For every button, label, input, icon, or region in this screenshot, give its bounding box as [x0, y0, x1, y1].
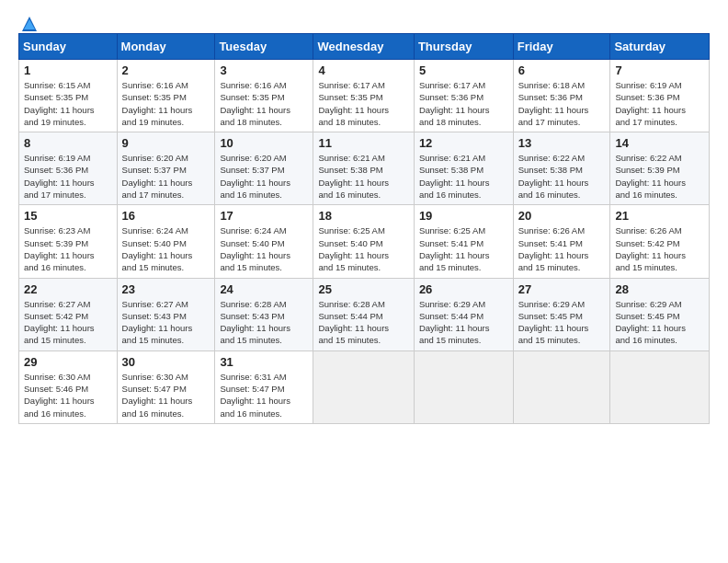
day-detail: Sunrise: 6:17 AMSunset: 5:36 PMDaylight:… — [419, 80, 490, 127]
table-row — [513, 350, 610, 423]
table-row — [313, 350, 414, 423]
table-row: 30 Sunrise: 6:30 AMSunset: 5:47 PMDaylig… — [117, 350, 215, 423]
day-number: 1 — [24, 63, 112, 77]
day-number: 27 — [518, 282, 606, 296]
day-detail: Sunrise: 6:19 AMSunset: 5:36 PMDaylight:… — [615, 80, 686, 127]
day-detail: Sunrise: 6:20 AMSunset: 5:37 PMDaylight:… — [122, 153, 193, 200]
day-detail: Sunrise: 6:16 AMSunset: 5:35 PMDaylight:… — [220, 80, 290, 127]
table-row: 27 Sunrise: 6:29 AMSunset: 5:45 PMDaylig… — [513, 278, 610, 350]
table-row: 12 Sunrise: 6:21 AMSunset: 5:38 PMDaylig… — [414, 132, 513, 205]
day-detail: Sunrise: 6:25 AMSunset: 5:40 PMDaylight:… — [318, 225, 389, 272]
day-number: 13 — [518, 136, 606, 150]
calendar-week-row: 8 Sunrise: 6:19 AMSunset: 5:36 PMDayligh… — [19, 132, 710, 205]
logo-icon — [20, 15, 39, 33]
day-detail: Sunrise: 6:21 AMSunset: 5:38 PMDaylight:… — [419, 153, 490, 200]
header — [18, 15, 710, 29]
day-number: 4 — [318, 63, 408, 77]
day-detail: Sunrise: 6:31 AMSunset: 5:47 PMDaylight:… — [220, 372, 290, 419]
day-number: 2 — [122, 63, 210, 77]
day-detail: Sunrise: 6:27 AMSunset: 5:43 PMDaylight:… — [122, 299, 193, 346]
day-detail: Sunrise: 6:30 AMSunset: 5:46 PMDaylight:… — [24, 372, 95, 419]
col-friday: Friday — [513, 34, 610, 60]
page: Sunday Monday Tuesday Wednesday Thursday… — [0, 0, 728, 433]
table-row: 6 Sunrise: 6:18 AMSunset: 5:36 PMDayligh… — [513, 60, 610, 132]
day-number: 21 — [615, 209, 704, 223]
day-number: 9 — [122, 136, 210, 150]
day-detail: Sunrise: 6:30 AMSunset: 5:47 PMDaylight:… — [122, 372, 193, 419]
table-row: 18 Sunrise: 6:25 AMSunset: 5:40 PMDaylig… — [313, 205, 414, 278]
calendar-week-row: 1 Sunrise: 6:15 AMSunset: 5:35 PMDayligh… — [19, 60, 710, 132]
calendar-header-row: Sunday Monday Tuesday Wednesday Thursday… — [19, 34, 710, 60]
day-detail: Sunrise: 6:17 AMSunset: 5:35 PMDaylight:… — [318, 80, 389, 127]
day-detail: Sunrise: 6:26 AMSunset: 5:42 PMDaylight:… — [615, 225, 686, 272]
table-row — [414, 350, 513, 423]
table-row: 1 Sunrise: 6:15 AMSunset: 5:35 PMDayligh… — [19, 60, 118, 132]
day-number: 14 — [615, 136, 704, 150]
table-row: 24 Sunrise: 6:28 AMSunset: 5:43 PMDaylig… — [215, 278, 313, 350]
logo — [18, 15, 39, 29]
table-row: 29 Sunrise: 6:30 AMSunset: 5:46 PMDaylig… — [19, 350, 118, 423]
day-detail: Sunrise: 6:22 AMSunset: 5:39 PMDaylight:… — [615, 153, 686, 200]
day-number: 8 — [24, 136, 112, 150]
table-row: 28 Sunrise: 6:29 AMSunset: 5:45 PMDaylig… — [610, 278, 710, 350]
day-detail: Sunrise: 6:27 AMSunset: 5:42 PMDaylight:… — [24, 299, 95, 346]
day-number: 22 — [24, 282, 112, 296]
day-number: 23 — [122, 282, 210, 296]
table-row — [610, 350, 710, 423]
day-number: 18 — [318, 209, 408, 223]
day-number: 25 — [318, 282, 408, 296]
day-detail: Sunrise: 6:29 AMSunset: 5:45 PMDaylight:… — [615, 299, 686, 346]
day-number: 17 — [220, 209, 308, 223]
day-number: 29 — [24, 355, 112, 369]
day-detail: Sunrise: 6:24 AMSunset: 5:40 PMDaylight:… — [220, 225, 290, 272]
day-detail: Sunrise: 6:29 AMSunset: 5:44 PMDaylight:… — [419, 299, 490, 346]
col-thursday: Thursday — [414, 34, 513, 60]
table-row: 16 Sunrise: 6:24 AMSunset: 5:40 PMDaylig… — [117, 205, 215, 278]
day-number: 20 — [518, 209, 606, 223]
day-number: 10 — [220, 136, 308, 150]
day-number: 30 — [122, 355, 210, 369]
day-detail: Sunrise: 6:22 AMSunset: 5:38 PMDaylight:… — [518, 153, 589, 200]
calendar-week-row: 15 Sunrise: 6:23 AMSunset: 5:39 PMDaylig… — [19, 205, 710, 278]
table-row: 15 Sunrise: 6:23 AMSunset: 5:39 PMDaylig… — [19, 205, 118, 278]
day-number: 12 — [419, 136, 508, 150]
day-number: 7 — [615, 63, 704, 77]
table-row: 21 Sunrise: 6:26 AMSunset: 5:42 PMDaylig… — [610, 205, 710, 278]
table-row: 14 Sunrise: 6:22 AMSunset: 5:39 PMDaylig… — [610, 132, 710, 205]
col-monday: Monday — [117, 34, 215, 60]
table-row: 9 Sunrise: 6:20 AMSunset: 5:37 PMDayligh… — [117, 132, 215, 205]
day-detail: Sunrise: 6:19 AMSunset: 5:36 PMDaylight:… — [24, 153, 95, 200]
table-row: 25 Sunrise: 6:28 AMSunset: 5:44 PMDaylig… — [313, 278, 414, 350]
col-saturday: Saturday — [610, 34, 710, 60]
day-detail: Sunrise: 6:26 AMSunset: 5:41 PMDaylight:… — [518, 225, 589, 272]
day-number: 5 — [419, 63, 508, 77]
day-detail: Sunrise: 6:18 AMSunset: 5:36 PMDaylight:… — [518, 80, 589, 127]
table-row: 22 Sunrise: 6:27 AMSunset: 5:42 PMDaylig… — [19, 278, 118, 350]
day-number: 24 — [220, 282, 308, 296]
col-sunday: Sunday — [19, 34, 118, 60]
table-row: 26 Sunrise: 6:29 AMSunset: 5:44 PMDaylig… — [414, 278, 513, 350]
day-detail: Sunrise: 6:21 AMSunset: 5:38 PMDaylight:… — [318, 153, 389, 200]
day-number: 11 — [318, 136, 408, 150]
table-row: 4 Sunrise: 6:17 AMSunset: 5:35 PMDayligh… — [313, 60, 414, 132]
table-row: 3 Sunrise: 6:16 AMSunset: 5:35 PMDayligh… — [215, 60, 313, 132]
day-detail: Sunrise: 6:16 AMSunset: 5:35 PMDaylight:… — [122, 80, 193, 127]
calendar-week-row: 22 Sunrise: 6:27 AMSunset: 5:42 PMDaylig… — [19, 278, 710, 350]
day-detail: Sunrise: 6:23 AMSunset: 5:39 PMDaylight:… — [24, 225, 95, 272]
day-detail: Sunrise: 6:25 AMSunset: 5:41 PMDaylight:… — [419, 225, 490, 272]
table-row: 20 Sunrise: 6:26 AMSunset: 5:41 PMDaylig… — [513, 205, 610, 278]
col-tuesday: Tuesday — [215, 34, 313, 60]
calendar-table: Sunday Monday Tuesday Wednesday Thursday… — [18, 33, 710, 424]
table-row: 11 Sunrise: 6:21 AMSunset: 5:38 PMDaylig… — [313, 132, 414, 205]
table-row: 31 Sunrise: 6:31 AMSunset: 5:47 PMDaylig… — [215, 350, 313, 423]
table-row: 23 Sunrise: 6:27 AMSunset: 5:43 PMDaylig… — [117, 278, 215, 350]
table-row: 7 Sunrise: 6:19 AMSunset: 5:36 PMDayligh… — [610, 60, 710, 132]
table-row: 2 Sunrise: 6:16 AMSunset: 5:35 PMDayligh… — [117, 60, 215, 132]
table-row: 10 Sunrise: 6:20 AMSunset: 5:37 PMDaylig… — [215, 132, 313, 205]
day-number: 3 — [220, 63, 308, 77]
day-detail: Sunrise: 6:20 AMSunset: 5:37 PMDaylight:… — [220, 153, 290, 200]
day-number: 26 — [419, 282, 508, 296]
day-detail: Sunrise: 6:28 AMSunset: 5:43 PMDaylight:… — [220, 299, 290, 346]
day-detail: Sunrise: 6:15 AMSunset: 5:35 PMDaylight:… — [24, 80, 95, 127]
day-number: 28 — [615, 282, 704, 296]
